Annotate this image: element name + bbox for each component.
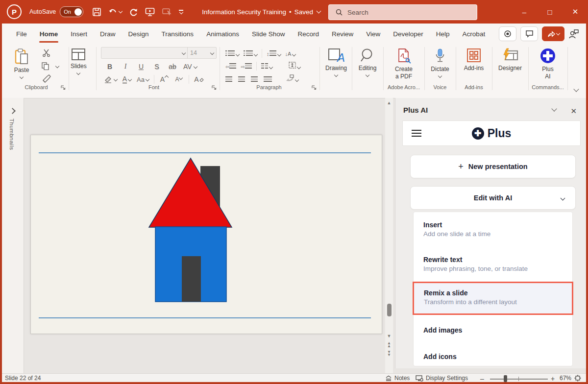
strikethrough-button[interactable]: ab <box>168 62 177 72</box>
copy-button[interactable] <box>41 62 59 70</box>
justify-button[interactable] <box>264 76 272 82</box>
record-button[interactable] <box>499 26 516 41</box>
next-slide-button[interactable]: ▼▼ <box>386 351 392 357</box>
tab-design[interactable]: Design <box>122 24 155 44</box>
shrink-font-button[interactable]: A <box>174 74 184 84</box>
fit-slide-button[interactable] <box>574 375 581 382</box>
undo-icon[interactable] <box>108 8 118 16</box>
scroll-down-arrow[interactable]: ▼ <box>387 334 392 338</box>
convert-smartart-button[interactable] <box>286 74 298 83</box>
clipboard-dialog-launcher[interactable] <box>61 85 66 90</box>
clear-formatting-button[interactable]: A <box>194 74 204 84</box>
powerpoint-logo-icon[interactable]: P <box>7 4 22 19</box>
bullets-button[interactable] <box>225 49 239 58</box>
align-left-button[interactable] <box>225 76 232 82</box>
display-settings-button[interactable]: Display Settings <box>416 375 468 382</box>
slides-button[interactable]: Slides <box>71 48 87 74</box>
hamburger-menu-icon[interactable] <box>412 130 421 137</box>
drawing-button[interactable]: A Drawing <box>322 48 350 76</box>
share-button[interactable] <box>542 26 564 41</box>
zoom-slider-track[interactable] <box>490 379 548 380</box>
addins-button[interactable]: Add-ins <box>459 48 489 72</box>
close-button[interactable]: ✕ <box>563 0 588 24</box>
character-spacing-button[interactable]: AV <box>183 62 197 72</box>
font-size-combobox[interactable]: 14 <box>187 47 217 59</box>
house-door-shape[interactable] <box>182 256 201 302</box>
grow-font-button[interactable]: A <box>159 74 169 84</box>
qat-customize-icon[interactable] <box>179 10 183 14</box>
dictate-button[interactable]: Dictate <box>427 48 453 77</box>
undo-chevron[interactable] <box>119 9 122 13</box>
pane-collapse-chevron[interactable] <box>551 106 557 111</box>
paste-button[interactable]: Paste <box>14 48 29 78</box>
plus-ai-button[interactable]: PlusAI <box>532 48 564 80</box>
copy-chevron[interactable] <box>55 64 59 68</box>
tab-record[interactable]: Record <box>291 24 325 44</box>
font-dialog-launcher[interactable] <box>212 85 217 90</box>
tab-home[interactable]: Home <box>33 24 65 44</box>
pane-close-icon[interactable]: ✕ <box>570 107 577 116</box>
align-right-button[interactable] <box>251 76 258 82</box>
tab-insert[interactable]: Insert <box>64 24 94 44</box>
zoom-in-button[interactable]: + <box>551 375 555 383</box>
notes-button[interactable]: Notes <box>385 375 410 382</box>
tab-developer[interactable]: Developer <box>387 24 430 44</box>
zoom-out-button[interactable]: – <box>480 375 484 383</box>
format-painter-button[interactable] <box>42 74 51 83</box>
zoom-percentage[interactable]: 67% <box>560 375 571 382</box>
tab-acrobat[interactable]: Acrobat <box>456 24 492 44</box>
tab-transitions[interactable]: Transitions <box>155 24 200 44</box>
search-input[interactable] <box>346 8 456 17</box>
italic-button[interactable]: I <box>121 62 130 72</box>
line-spacing-button[interactable]: ↕ <box>267 49 281 58</box>
decrease-indent-button[interactable]: ⇦ <box>225 62 236 71</box>
autosave-toggle[interactable]: On <box>60 6 83 17</box>
create-pdf-button[interactable]: Createa PDF <box>388 48 419 80</box>
tab-view[interactable]: View <box>360 24 387 44</box>
tab-file[interactable]: File <box>10 24 33 44</box>
tab-review[interactable]: Review <box>325 24 360 44</box>
comments-button[interactable] <box>520 26 538 41</box>
previous-slide-button[interactable]: ▲▲ <box>386 342 392 348</box>
bold-button[interactable]: B <box>105 62 115 72</box>
text-highlight-button[interactable] <box>104 74 117 84</box>
align-center-button[interactable] <box>238 76 245 82</box>
align-text-button[interactable] <box>289 62 300 71</box>
redo-icon[interactable] <box>129 7 138 17</box>
text-direction-button[interactable]: ↓A <box>285 49 296 58</box>
change-case-button[interactable]: Aa <box>137 74 149 84</box>
tab-slide-show[interactable]: Slide Show <box>245 24 292 44</box>
zoom-slider-thumb[interactable] <box>504 375 507 382</box>
title-chevron-icon[interactable] <box>317 9 321 14</box>
editing-button[interactable]: Editing <box>355 48 380 76</box>
thumbnails-expand-chevron[interactable] <box>9 108 16 114</box>
new-presentation-button[interactable]: + New presentation <box>410 155 576 178</box>
slideshow-icon[interactable] <box>145 7 155 17</box>
vertical-scrollbar[interactable]: ▲ ▼ ▲▲ ▼▼ <box>385 98 393 373</box>
maximize-button[interactable]: □ <box>537 0 563 24</box>
save-icon[interactable] <box>92 7 101 17</box>
edit-with-ai-button[interactable]: Edit with AI <box>410 186 576 210</box>
columns-button[interactable] <box>261 62 272 71</box>
tab-help[interactable]: Help <box>430 24 456 44</box>
cut-button[interactable] <box>42 49 50 57</box>
font-color-button[interactable]: A <box>122 74 132 84</box>
tab-animations[interactable]: Animations <box>200 24 245 44</box>
underline-button[interactable]: U <box>136 62 146 72</box>
font-name-combobox[interactable] <box>101 47 188 59</box>
text-shadow-button[interactable]: S <box>152 62 162 72</box>
menu-item-remix-a-slide[interactable]: Remix a slide Transform into a different… <box>413 282 573 315</box>
ribbon-collapse-chevron[interactable] <box>573 86 579 92</box>
search-box[interactable] <box>328 4 477 20</box>
designer-button[interactable]: Designer <box>495 48 525 72</box>
presenter-audience-icon[interactable] <box>568 29 579 39</box>
thumbnails-pane-collapsed[interactable]: Thumbnails <box>2 98 24 373</box>
slide-canvas[interactable] <box>30 135 382 334</box>
numbering-button[interactable] <box>244 49 257 58</box>
document-title[interactable]: Information Security Training • Saved <box>202 8 320 16</box>
increase-indent-button[interactable]: ⇨ <box>241 62 251 71</box>
paragraph-dialog-launcher[interactable] <box>312 85 317 90</box>
scroll-up-arrow[interactable]: ▲ <box>387 101 392 105</box>
tab-draw[interactable]: Draw <box>94 24 122 44</box>
scrollbar-thumb[interactable] <box>387 304 392 316</box>
